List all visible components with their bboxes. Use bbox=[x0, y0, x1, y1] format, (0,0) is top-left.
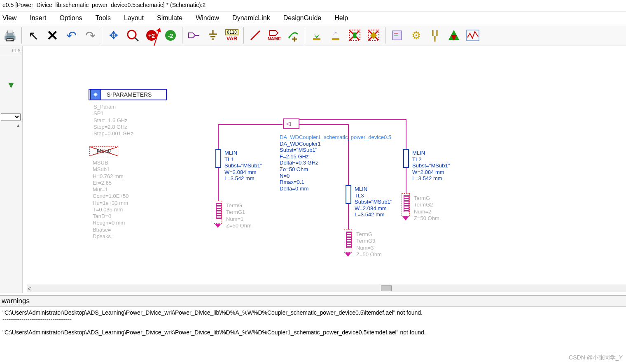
pointer-icon[interactable]: ↖ bbox=[25, 27, 42, 44]
print-icon[interactable]: 🖨️ bbox=[2, 27, 18, 44]
schematic-canvas[interactable]: ❉ S-PARAMETERS S_ParamSP1Start=1.6 GHzSt… bbox=[23, 46, 626, 290]
svg-marker-6 bbox=[189, 33, 195, 38]
port-icon[interactable] bbox=[186, 27, 202, 44]
term-g2[interactable] bbox=[402, 193, 410, 216]
svg-rect-28 bbox=[392, 31, 402, 40]
svg-line-1 bbox=[135, 38, 138, 41]
separator bbox=[305, 27, 305, 44]
console-separator: ------------------------------------ bbox=[2, 316, 624, 322]
menu-tools[interactable]: Tools bbox=[96, 14, 111, 22]
tl3-params: MLINTL3Subst="MSub1"W=2.084 mmL=3.542 mm bbox=[355, 186, 392, 218]
ground-icon bbox=[402, 216, 409, 220]
term-g1[interactable] bbox=[214, 201, 222, 224]
term2-params: TermGTermG2Num=2Z=50 Ohm bbox=[414, 195, 439, 222]
svg-rect-19 bbox=[332, 38, 339, 40]
wire[interactable] bbox=[218, 168, 219, 201]
redo-icon[interactable]: ↷ bbox=[82, 27, 98, 44]
svg-line-12 bbox=[251, 31, 260, 40]
svg-marker-16 bbox=[314, 31, 320, 38]
pin-panel-icon[interactable]: □ bbox=[13, 47, 16, 53]
mlin-tl3[interactable] bbox=[346, 185, 351, 204]
horizontal-scrollbar[interactable]: < bbox=[27, 285, 626, 292]
gear-icon[interactable]: ⚙ bbox=[408, 27, 424, 44]
menu-designguide[interactable]: DesignGuide bbox=[283, 14, 322, 22]
mlin-tl2[interactable] bbox=[403, 149, 409, 168]
zoom-select-icon[interactable] bbox=[124, 27, 141, 44]
svg-text:-2: -2 bbox=[168, 32, 173, 39]
tl1-params: MLINTL1Subst="MSub1"W=2.084 mmL=3.542 mm bbox=[224, 150, 262, 182]
wire[interactable] bbox=[406, 168, 406, 193]
wire[interactable] bbox=[218, 124, 219, 149]
menu-layout[interactable]: Layout bbox=[124, 14, 144, 22]
sparam-icon: ❉ bbox=[90, 89, 101, 100]
ground-icon bbox=[345, 253, 351, 257]
zoom-out-icon[interactable]: -2 bbox=[162, 27, 179, 44]
term-g3[interactable] bbox=[344, 230, 352, 253]
warnings-header: warnings bbox=[0, 295, 626, 306]
menu-view[interactable]: View bbox=[2, 14, 16, 22]
svg-rect-17 bbox=[313, 38, 320, 40]
sparam-label: S-PARAMETERS bbox=[102, 91, 156, 98]
term3-params: TermGTermG3Num=3Z=50 Ohm bbox=[356, 231, 382, 258]
msub-component[interactable]: MSub bbox=[89, 146, 118, 156]
menu-window[interactable]: Window bbox=[196, 14, 219, 22]
coupler-component[interactable] bbox=[283, 118, 299, 129]
name-icon[interactable]: NAME bbox=[266, 27, 283, 44]
menu-help[interactable]: Help bbox=[334, 14, 348, 22]
tune-icon[interactable] bbox=[389, 27, 405, 44]
menu-simulate[interactable]: Simulate bbox=[157, 14, 182, 22]
download-icon[interactable] bbox=[308, 27, 325, 44]
watermark: CSDN @小张同学_Y bbox=[569, 354, 623, 362]
wire[interactable] bbox=[406, 119, 406, 149]
side-panel: □ × ▼ ▴ bbox=[0, 46, 23, 293]
separator bbox=[243, 27, 244, 44]
console-line: "C:\Users\Administrator\Desktop\ADS_Lear… bbox=[2, 329, 624, 336]
delete-icon[interactable]: ✕ bbox=[44, 27, 61, 44]
toolbar: 🖨️ ↖ ✕ ↶ ↷ ✥ +2 -2 0110VAR NAME ⚙ bbox=[0, 25, 626, 46]
msub-params: MSUBMSub1H=0.762 mmEr=2.65Mur=1Cond=1.0E… bbox=[93, 160, 128, 240]
console-line: "C:\Users\Administrator\Desktop\ADS_Lear… bbox=[2, 309, 624, 316]
tl2-params: MLINTL2Subst="MSub1"W=2.084 mmL=3.542 mm bbox=[412, 150, 450, 182]
title-bar: e0.5 [Power_Divice_lib:schematic_power_d… bbox=[0, 0, 626, 12]
separator bbox=[102, 27, 102, 44]
sparam-controller[interactable]: ❉ S-PARAMETERS bbox=[89, 89, 167, 100]
palette-select[interactable] bbox=[1, 113, 21, 121]
ground-icon[interactable] bbox=[205, 27, 221, 44]
pin-icon[interactable] bbox=[285, 27, 301, 44]
wire[interactable] bbox=[299, 119, 406, 120]
svg-point-0 bbox=[128, 30, 136, 39]
svg-marker-13 bbox=[270, 30, 278, 35]
close-panel-icon[interactable]: × bbox=[17, 47, 21, 53]
filter-icon[interactable]: ▼ bbox=[0, 80, 22, 90]
scroll-thumb[interactable] bbox=[381, 285, 392, 291]
svg-marker-18 bbox=[333, 32, 339, 38]
wire-icon[interactable] bbox=[247, 27, 264, 44]
separator bbox=[182, 27, 182, 44]
optimize-icon[interactable] bbox=[446, 27, 462, 44]
deactivate-diamond-icon[interactable] bbox=[365, 27, 382, 44]
menu-dynamiclink[interactable]: DynamicLink bbox=[232, 14, 270, 22]
menu-bar: View Insert Options Tools Layout Simulat… bbox=[0, 12, 626, 25]
wire[interactable] bbox=[348, 204, 349, 230]
menu-insert[interactable]: Insert bbox=[30, 14, 46, 22]
undo-icon[interactable]: ↶ bbox=[63, 27, 79, 44]
scroll-up-icon[interactable]: ▴ bbox=[0, 123, 22, 128]
wire[interactable] bbox=[299, 124, 349, 125]
var-icon[interactable]: 0110VAR bbox=[224, 27, 240, 44]
upload-icon[interactable] bbox=[327, 27, 344, 44]
menu-options[interactable]: Options bbox=[59, 14, 82, 22]
sparam-params: S_ParamSP1Start=1.6 GHzStop=2.8 GHzStep=… bbox=[93, 104, 133, 137]
move-icon[interactable]: ✥ bbox=[105, 27, 122, 44]
mlin-tl1[interactable] bbox=[215, 149, 221, 168]
svg-text:+2: +2 bbox=[148, 32, 155, 39]
separator bbox=[385, 27, 385, 44]
results-icon[interactable] bbox=[465, 27, 481, 44]
term1-params: TermGTermG1Num=1Z=50 Ohm bbox=[226, 202, 252, 229]
tuning-fork-icon[interactable] bbox=[427, 27, 443, 44]
deactivate-x-icon[interactable] bbox=[346, 27, 363, 44]
wire[interactable] bbox=[219, 124, 283, 125]
svg-rect-23 bbox=[353, 32, 356, 38]
scroll-left-icon[interactable]: < bbox=[28, 285, 31, 292]
console-output: "C:\Users\Administrator\Desktop\ADS_Lear… bbox=[0, 306, 626, 364]
separator bbox=[21, 27, 22, 44]
